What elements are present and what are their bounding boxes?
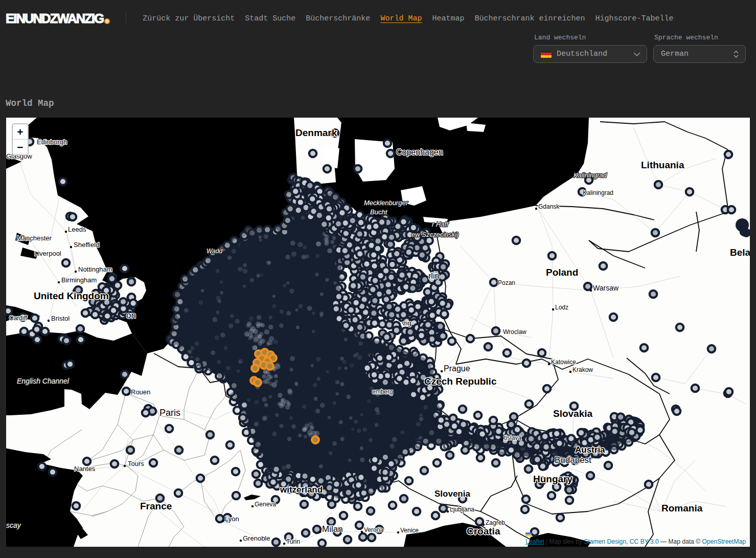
svg-text:Leeds: Leeds bbox=[68, 226, 86, 233]
svg-text:Manchester: Manchester bbox=[17, 234, 52, 242]
svg-text:English Channel: English Channel bbox=[17, 377, 70, 385]
svg-text:Tours: Tours bbox=[128, 460, 144, 467]
svg-text:Katowice: Katowice bbox=[551, 359, 576, 366]
svg-text:Austria: Austria bbox=[575, 445, 605, 455]
svg-text:Paris: Paris bbox=[159, 408, 180, 418]
svg-text:Ljubljana: Ljubljana bbox=[450, 506, 474, 513]
svg-text:Budapest: Budapest bbox=[555, 455, 591, 465]
svg-text:on: on bbox=[126, 310, 136, 320]
svg-text:Wadd: Wadd bbox=[207, 248, 222, 255]
svg-text:Prague: Prague bbox=[444, 364, 470, 373]
svg-text:Kaliningrad: Kaliningrad bbox=[583, 189, 613, 196]
svg-text:Romania: Romania bbox=[661, 503, 703, 514]
svg-text:Rouen: Rouen bbox=[131, 388, 150, 396]
svg-text:rlin: rlin bbox=[428, 272, 439, 280]
svg-text:scay: scay bbox=[6, 521, 21, 529]
svg-text:Krakow: Krakow bbox=[572, 366, 593, 373]
svg-text:Nantes: Nantes bbox=[74, 465, 96, 473]
svg-text:Warsaw: Warsaw bbox=[593, 284, 619, 292]
svg-text:tislava: tislava bbox=[504, 434, 521, 441]
svg-text:Verona: Verona bbox=[364, 526, 383, 533]
svg-text:Lodz: Lodz bbox=[555, 304, 568, 311]
svg-text:Pozan: Pozan bbox=[498, 279, 515, 286]
svg-text:Bristol: Bristol bbox=[51, 315, 70, 322]
svg-text:Cardiff: Cardiff bbox=[9, 315, 28, 322]
svg-text:Nottingham: Nottingham bbox=[78, 265, 112, 273]
svg-text:Croatia: Croatia bbox=[467, 526, 500, 537]
svg-text:witzerland: witzerland bbox=[280, 485, 323, 495]
svg-text:Lyon: Lyon bbox=[225, 515, 239, 523]
svg-text:Kaliningrad: Kaliningrad bbox=[574, 171, 607, 179]
svg-text:zig: zig bbox=[403, 319, 411, 327]
svg-text:Hungary: Hungary bbox=[533, 474, 573, 484]
svg-text:Wroclaw: Wroclaw bbox=[503, 328, 526, 336]
svg-text:Bucht: Bucht bbox=[370, 208, 388, 216]
svg-text:emberg: emberg bbox=[372, 388, 393, 395]
svg-text:Copenhagen: Copenhagen bbox=[396, 148, 443, 157]
svg-text:Belar: Belar bbox=[730, 247, 750, 258]
svg-text:Milan: Milan bbox=[322, 524, 343, 534]
svg-text:Liverpool: Liverpool bbox=[34, 250, 61, 257]
svg-text:Mecklenburger: Mecklenburger bbox=[364, 199, 408, 207]
svg-text:Poland: Poland bbox=[546, 267, 578, 278]
svg-text:ew Szczecinski): ew Szczecinski) bbox=[411, 231, 459, 238]
svg-text:Czech Republic: Czech Republic bbox=[424, 376, 497, 387]
svg-text:Venice: Venice bbox=[400, 527, 419, 534]
svg-text:Edinburgh: Edinburgh bbox=[37, 138, 67, 146]
svg-text:Denmark: Denmark bbox=[295, 127, 337, 138]
svg-text:Turin: Turin bbox=[286, 538, 300, 545]
svg-text:Lithuania: Lithuania bbox=[641, 160, 684, 170]
svg-text:Zagreb: Zagreb bbox=[486, 519, 505, 526]
svg-text:United Kingdom: United Kingdom bbox=[34, 291, 109, 301]
svg-text:France: France bbox=[140, 501, 172, 511]
svg-text:Grenoble: Grenoble bbox=[243, 534, 270, 542]
svg-text:Sheffield: Sheffield bbox=[74, 241, 99, 249]
svg-text:Slovenia: Slovenia bbox=[434, 489, 470, 499]
svg-text:Gdansk: Gdansk bbox=[538, 203, 560, 210]
svg-text:r Haff: r Haff bbox=[432, 220, 449, 228]
svg-text:Slovakia: Slovakia bbox=[553, 408, 593, 419]
svg-text:Birmingham: Birmingham bbox=[61, 276, 97, 284]
svg-text:Geneva: Geneva bbox=[255, 501, 276, 508]
